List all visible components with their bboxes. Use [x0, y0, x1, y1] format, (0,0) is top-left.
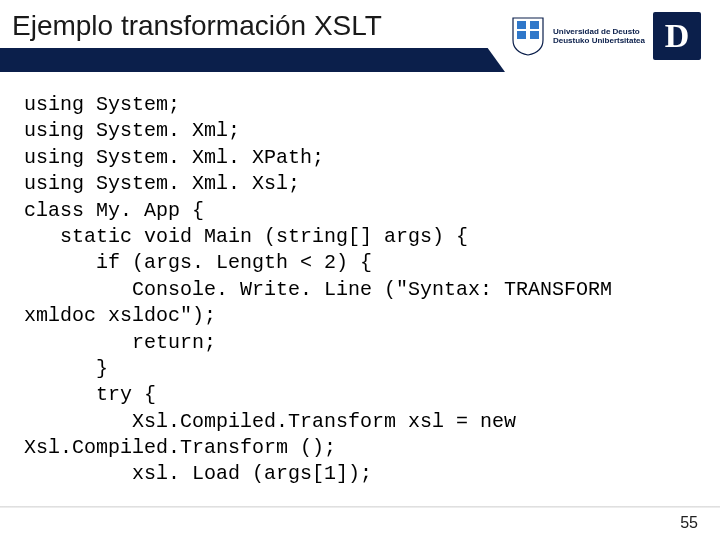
shield-icon: [511, 16, 545, 56]
footer-divider: [0, 506, 720, 508]
logo-inner: Universidad de Deusto Deustuko Unibertsi…: [505, 0, 720, 72]
university-line1: Universidad de Deusto: [553, 27, 645, 36]
d-badge-icon: D: [653, 12, 701, 60]
university-logo: Universidad de Deusto Deustuko Unibertsi…: [505, 0, 720, 72]
page-number: 55: [680, 514, 698, 532]
slide-content: using System; using System. Xml; using S…: [0, 72, 720, 488]
code-block: using System; using System. Xml; using S…: [24, 92, 696, 488]
svg-rect-0: [517, 21, 526, 29]
svg-rect-1: [530, 21, 539, 29]
slide-header: Ejemplo transformación XSLT Universidad …: [0, 0, 720, 72]
slide-title: Ejemplo transformación XSLT: [12, 10, 382, 42]
university-name: Universidad de Deusto Deustuko Unibertsi…: [553, 27, 645, 45]
university-line2: Deustuko Unibertsitatea: [553, 36, 645, 45]
d-letter: D: [665, 17, 690, 55]
svg-rect-3: [530, 31, 539, 39]
slide-footer: 55: [0, 506, 720, 540]
svg-rect-2: [517, 31, 526, 39]
